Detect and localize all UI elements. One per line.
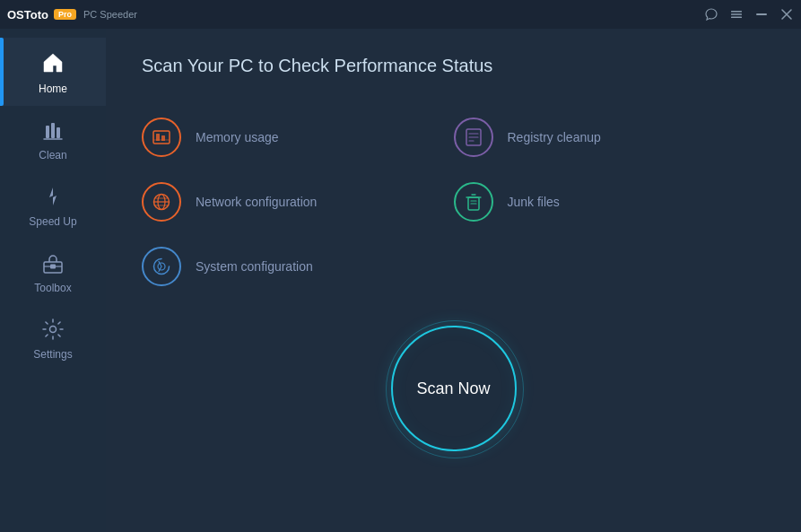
memory-usage-icon	[142, 118, 181, 157]
list-button[interactable]	[729, 7, 744, 22]
toolbox-icon	[41, 251, 65, 278]
svg-rect-5	[51, 123, 55, 138]
home-label: Home	[39, 83, 67, 95]
junk-files-label: Junk files	[508, 195, 560, 209]
junk-files-icon	[454, 182, 493, 222]
svg-rect-1	[731, 13, 742, 14]
sidebar-item-clean[interactable]: Clean	[0, 106, 106, 172]
svg-rect-0	[731, 11, 742, 13]
network-config-label: Network configuration	[196, 195, 317, 209]
sidebar-item-speedup[interactable]: Speed Up	[0, 172, 106, 239]
pro-badge: Pro	[54, 9, 76, 20]
app-subname: PC Speeder	[83, 9, 137, 20]
speedup-icon	[41, 185, 65, 212]
feature-system-config[interactable]: System configuration	[142, 234, 454, 299]
system-config-label: System configuration	[196, 259, 313, 274]
memory-usage-label: Memory usage	[196, 130, 279, 144]
feature-registry-cleanup[interactable]: Registry cleanup	[454, 105, 766, 170]
speedup-label: Speed Up	[29, 215, 76, 228]
settings-label: Settings	[33, 348, 72, 361]
titlebar-controls	[704, 7, 794, 22]
sidebar: Home Clean Speed Up	[0, 29, 106, 532]
content-area: Scan Your PC to Check Performance Status…	[106, 29, 801, 532]
sidebar-item-home[interactable]: Home	[0, 38, 106, 106]
registry-cleanup-icon	[454, 118, 493, 157]
minimize-button[interactable]	[754, 7, 769, 22]
network-config-icon	[142, 182, 181, 222]
main-layout: Home Clean Speed Up	[0, 29, 801, 532]
settings-icon	[41, 318, 65, 344]
feature-memory-usage[interactable]: Memory usage	[142, 105, 454, 170]
svg-rect-3	[756, 13, 767, 15]
features-grid: Memory usage Registry cleanup	[142, 105, 765, 299]
sidebar-item-settings[interactable]: Settings	[0, 305, 106, 371]
clean-label: Clean	[39, 149, 66, 161]
home-icon	[40, 50, 65, 79]
svg-point-11	[50, 327, 57, 333]
svg-rect-2	[731, 17, 742, 19]
svg-rect-4	[46, 126, 49, 138]
feature-junk-files[interactable]: Junk files	[454, 170, 766, 234]
toolbox-label: Toolbox	[34, 282, 71, 294]
app-name: OSToto	[7, 8, 48, 22]
svg-rect-10	[50, 265, 56, 269]
registry-cleanup-label: Registry cleanup	[508, 130, 601, 144]
chat-button[interactable]	[704, 7, 718, 22]
scan-now-button[interactable]: Scan Now	[391, 326, 517, 451]
feature-network-config[interactable]: Network configuration	[142, 170, 454, 234]
svg-rect-6	[57, 127, 60, 138]
system-config-icon	[142, 247, 181, 286]
scan-container: Scan Now	[142, 326, 765, 451]
page-title: Scan Your PC to Check Performance Status	[142, 56, 765, 76]
titlebar-left: OSToto Pro PC Speeder	[7, 8, 137, 22]
close-button[interactable]	[779, 7, 794, 22]
sidebar-item-toolbox[interactable]: Toolbox	[0, 239, 106, 305]
titlebar: OSToto Pro PC Speeder	[0, 0, 801, 29]
clean-icon	[41, 118, 65, 145]
